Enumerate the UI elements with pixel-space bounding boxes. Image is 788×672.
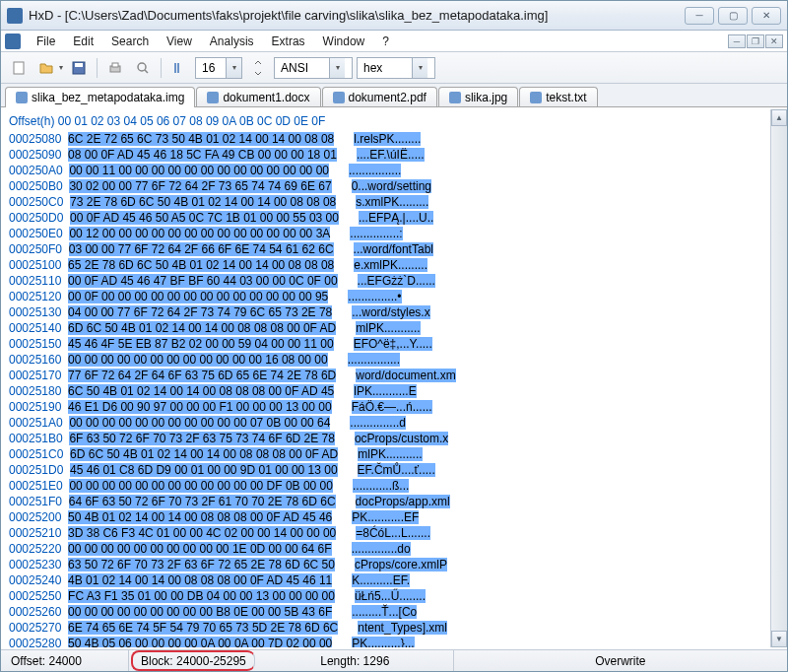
hex-row[interactable]: 000250D0 00 0F AD 45 46 50 A5 0C 7C 1B 0…: [9, 210, 762, 226]
overwrite-mode: Overwrite: [595, 654, 645, 668]
menu-file[interactable]: File: [29, 33, 63, 50]
tab-slika-jpg[interactable]: slika.jpg: [438, 87, 518, 106]
hex-row[interactable]: 00025230 63 50 72 6F 70 73 2F 63 6F 72 6…: [9, 557, 762, 572]
menu-analysis[interactable]: Analysis: [202, 33, 262, 50]
hex-row[interactable]: 000250E0 00 12 00 00 00 00 00 00 00 00 0…: [9, 226, 762, 241]
file-icon: [449, 92, 461, 103]
hex-editor[interactable]: Offset(h) 00 01 02 03 04 05 06 07 08 09 …: [1, 109, 787, 647]
menu-edit[interactable]: Edit: [65, 33, 101, 50]
menu-window[interactable]: Window: [315, 33, 373, 50]
hex-row[interactable]: 000251B0 6F 63 50 72 6F 70 73 2F 63 75 7…: [9, 431, 762, 446]
print-button[interactable]: [103, 56, 127, 80]
tab-dokument1-docx[interactable]: dokument1.docx: [196, 87, 320, 106]
bytes-per-row-combo[interactable]: 16 ▾: [195, 57, 242, 79]
chevron-down-icon[interactable]: ▾: [226, 58, 241, 78]
menu-help[interactable]: ?: [374, 33, 397, 50]
chevron-down-icon[interactable]: ▾: [329, 58, 345, 78]
hex-row[interactable]: 00025170 77 6F 72 64 2F 64 6F 63 75 6D 6…: [9, 368, 762, 383]
hex-row[interactable]: 00025110 00 0F AD 45 46 47 BF BF 60 44 0…: [9, 273, 762, 289]
file-icon: [207, 92, 219, 103]
hex-row[interactable]: 00025240 4B 01 02 14 00 14 00 08 08 08 0…: [9, 572, 762, 588]
hex-row[interactable]: 00025270 6E 74 65 6E 74 5F 54 79 70 65 7…: [9, 620, 762, 636]
hex-row[interactable]: 000250A0 00 00 11 00 00 00 00 00 00 00 0…: [9, 163, 762, 178]
svg-rect-8: [177, 63, 179, 73]
tab-slika_bez_metapodataka-img[interactable]: slika_bez_metapodataka.img: [5, 87, 195, 107]
hex-row[interactable]: 000251D0 45 46 01 C8 6D D9 00 01 00 00 9…: [9, 462, 762, 478]
file-icon: [16, 92, 28, 103]
file-icon: [333, 92, 345, 103]
hex-row[interactable]: 000250F0 03 00 00 77 6F 72 64 2F 66 6F 6…: [9, 241, 762, 257]
tab-tekst-txt[interactable]: tekst.txt: [519, 87, 597, 106]
toolbar: ▾ 16 ▾ ANSI ▾ hex ▾: [1, 52, 787, 84]
open-dropdown-icon[interactable]: ▾: [59, 63, 63, 72]
menu-extras[interactable]: Extras: [264, 33, 313, 50]
hex-row[interactable]: 00025130 04 00 00 77 6F 72 64 2F 73 74 7…: [9, 304, 762, 320]
svg-rect-2: [75, 63, 83, 67]
hex-row[interactable]: 00025190 46 E1 D6 00 90 97 00 00 00 F1 0…: [9, 399, 762, 415]
save-button[interactable]: [67, 56, 91, 80]
offset-label: Offset:: [11, 654, 45, 668]
encoding-combo[interactable]: ANSI ▾: [274, 57, 353, 79]
menu-view[interactable]: View: [159, 33, 200, 50]
svg-rect-0: [14, 62, 24, 74]
mode-value: hex: [358, 61, 412, 75]
new-file-button[interactable]: [7, 56, 31, 80]
hex-row[interactable]: 00025120 00 0F 00 00 00 00 00 00 00 00 0…: [9, 289, 762, 304]
hex-row[interactable]: 00025260 00 00 00 00 00 00 00 00 00 B8 0…: [9, 604, 762, 620]
offset-value: 24000: [48, 654, 81, 668]
app-icon: [7, 8, 23, 24]
window-title: HxD - [C:\Users\Zad\Documents\faks\proje…: [29, 8, 685, 23]
hex-row[interactable]: 000250C0 73 2E 78 6D 6C 50 4B 01 02 14 0…: [9, 194, 762, 210]
minimize-button[interactable]: ─: [685, 7, 714, 25]
mdi-close-button[interactable]: ✕: [765, 34, 783, 48]
open-file-button[interactable]: [34, 56, 58, 80]
hex-row[interactable]: 00025180 6C 50 4B 01 02 14 00 14 00 08 0…: [9, 383, 762, 399]
tab-label: slika_bez_metapodataka.img: [32, 91, 184, 104]
mode-combo[interactable]: hex ▾: [357, 57, 435, 79]
hex-row[interactable]: 00025090 08 00 0F AD 45 46 18 5C FA 49 C…: [9, 147, 762, 163]
print-preview-button[interactable]: [131, 56, 155, 80]
chevron-down-icon[interactable]: ▾: [412, 58, 427, 78]
file-icon: [530, 92, 542, 103]
hex-row[interactable]: 00025140 6D 6C 50 4B 01 02 14 00 14 00 0…: [9, 320, 762, 336]
status-bar: Offset: 24000 Block: 24000-25295 Length:…: [1, 649, 787, 671]
menu-bar: File Edit Search View Analysis Extras Wi…: [1, 31, 787, 52]
status-mode: Overwrite: [454, 650, 787, 671]
length-label: Length:: [320, 654, 360, 668]
scroll-up-button[interactable]: ▲: [771, 109, 787, 126]
hex-row[interactable]: 000251C0 6D 6C 50 4B 01 02 14 00 14 00 0…: [9, 446, 762, 462]
vertical-scrollbar[interactable]: ▲ ▼: [770, 109, 787, 647]
svg-point-5: [138, 63, 146, 71]
tab-label: tekst.txt: [546, 91, 586, 104]
hex-row[interactable]: 00025100 65 2E 78 6D 6C 50 4B 01 02 14 0…: [9, 257, 762, 273]
hex-row[interactable]: 000250B0 30 02 00 00 77 6F 72 64 2F 73 6…: [9, 178, 762, 194]
svg-rect-4: [112, 63, 118, 67]
hex-row[interactable]: 00025210 3D 38 C6 F3 4C 01 00 00 4C 02 0…: [9, 525, 762, 541]
status-offset: Offset: 24000: [1, 650, 129, 671]
svg-line-6: [145, 70, 148, 73]
bytes-per-row-value: 16: [196, 61, 226, 75]
close-button[interactable]: ✕: [752, 7, 781, 25]
tab-dokument2-pdf[interactable]: dokument2.pdf: [322, 87, 437, 106]
hex-row[interactable]: 00025250 FC A3 F1 35 01 00 00 DB 04 00 0…: [9, 588, 762, 604]
hex-row[interactable]: 00025220 00 00 00 00 00 00 00 00 00 00 1…: [9, 541, 762, 557]
maximize-button[interactable]: ▢: [718, 7, 748, 25]
block-value: 24000-25295: [176, 654, 246, 668]
hex-row[interactable]: 00025200 50 4B 01 02 14 00 14 00 08 08 0…: [9, 509, 762, 525]
mdi-restore-button[interactable]: ❐: [747, 34, 764, 48]
scroll-down-button[interactable]: ▼: [771, 631, 787, 647]
bytes-column-icon: [167, 56, 191, 80]
hex-row[interactable]: 000251A0 00 00 00 00 00 00 00 00 00 00 0…: [9, 415, 762, 431]
hex-row[interactable]: 00025150 45 46 4F 5E EB 87 B2 02 00 00 5…: [9, 336, 762, 352]
hex-row[interactable]: 00025160 00 00 00 00 00 00 00 00 00 00 0…: [9, 352, 762, 368]
hex-row[interactable]: 000251F0 64 6F 63 50 72 6F 70 73 2F 61 7…: [9, 494, 762, 509]
menu-search[interactable]: Search: [103, 33, 157, 50]
hex-row[interactable]: 000251E0 00 00 00 00 00 00 00 00 00 00 0…: [9, 478, 762, 494]
mdi-minimize-button[interactable]: ─: [728, 34, 746, 48]
offset-header: Offset(h) 00 01 02 03 04 05 06 07 08 09 …: [9, 113, 762, 129]
block-label: Block:: [141, 654, 173, 668]
status-length: Length: 1296: [257, 650, 454, 671]
hex-row[interactable]: 00025280 50 4B 05 06 00 00 00 00 0A 00 0…: [9, 636, 762, 647]
hex-row[interactable]: 00025080 6C 2E 72 65 6C 73 50 4B 01 02 1…: [9, 131, 762, 147]
spin-up-down-icon[interactable]: [246, 56, 270, 80]
